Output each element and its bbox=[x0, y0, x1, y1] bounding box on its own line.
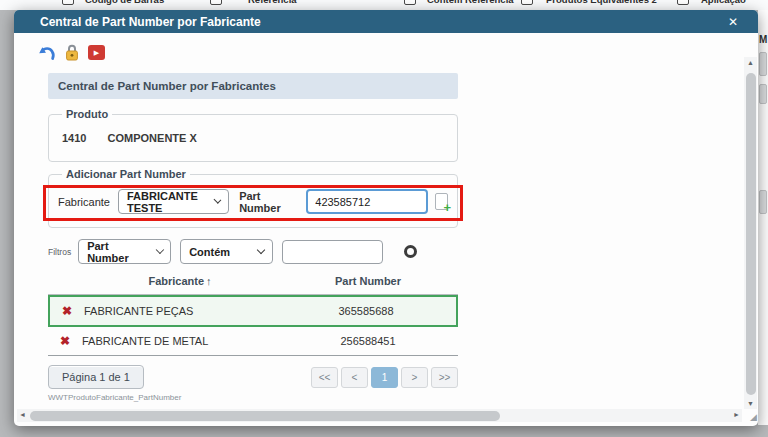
background-label: Contém Referência bbox=[427, 0, 514, 5]
background-label: Referência bbox=[248, 0, 297, 5]
filtros-label: Filtros bbox=[48, 247, 71, 257]
horizontal-scrollbar[interactable]: ◄ ► bbox=[17, 409, 742, 422]
scroll-up-icon[interactable]: ▲ bbox=[744, 59, 757, 66]
part-number-table: Fabricante↑ Part Number ✖ FABRICANTE PEÇ… bbox=[48, 271, 458, 356]
table-row[interactable]: ✖ FABRICANTE PEÇAS 365585688 bbox=[48, 295, 458, 327]
background-label: Produtos Equivalentes 2 bbox=[546, 0, 657, 5]
cell-part-number: 256588451 bbox=[278, 335, 458, 347]
checkbox[interactable] bbox=[62, 0, 74, 5]
close-icon[interactable]: ✕ bbox=[728, 16, 738, 28]
background-text-fragment: M bbox=[759, 34, 767, 45]
lock-icon[interactable] bbox=[65, 44, 79, 61]
undo-icon[interactable] bbox=[38, 45, 56, 61]
pager-last-button[interactable]: >> bbox=[431, 367, 458, 388]
run-icon[interactable]: ▶ bbox=[88, 45, 105, 60]
filter-operator-value: Contém bbox=[189, 246, 230, 258]
background-right-strip: M bbox=[758, 10, 768, 425]
fabricante-selected-value: FABRICANTE TESTE bbox=[127, 190, 207, 214]
modal-titlebar: Central de Part Number por Fabricante ✕ bbox=[14, 10, 758, 33]
part-number-label: Part Number bbox=[239, 190, 298, 214]
scroll-down-icon[interactable]: ▼ bbox=[744, 400, 757, 407]
background-label: Código de Barras bbox=[85, 0, 164, 5]
checkbox[interactable] bbox=[210, 0, 222, 5]
vertical-scrollbar[interactable]: ▲ ▼ bbox=[744, 57, 757, 409]
screen: Código de Barras Referência Contém Refer… bbox=[0, 0, 768, 437]
table-source-name: WWTProdutoFabricante_PartNumber bbox=[48, 393, 458, 402]
chevron-down-icon bbox=[155, 246, 163, 254]
produto-name: COMPONENTE X bbox=[108, 132, 197, 144]
vertical-scrollbar-thumb[interactable] bbox=[746, 73, 756, 395]
filter-bar: Filtros Part Number Contém bbox=[48, 239, 458, 264]
pager-page-1-button[interactable]: 1 bbox=[371, 367, 398, 388]
filter-search-input[interactable] bbox=[282, 240, 383, 264]
background-box bbox=[759, 190, 767, 214]
checkbox[interactable] bbox=[521, 0, 533, 5]
pager-next-button[interactable]: > bbox=[401, 367, 428, 388]
page-indicator-button[interactable]: Página 1 de 1 bbox=[48, 365, 144, 389]
checkbox[interactable] bbox=[677, 0, 689, 5]
content-panel: Central de Part Number por Fabricantes P… bbox=[48, 73, 458, 402]
table-row[interactable]: ✖ FABRICANTE DE METAL 256588451 bbox=[48, 327, 458, 356]
column-fabricante-label: Fabricante bbox=[148, 275, 204, 287]
delete-icon[interactable]: ✖ bbox=[62, 304, 72, 318]
adicionar-row: Fabricante FABRICANTE TESTE Part Number … bbox=[58, 189, 448, 214]
fabricante-select[interactable]: FABRICANTE TESTE bbox=[118, 189, 229, 214]
produto-legend: Produto bbox=[62, 108, 112, 120]
background-label: Aplicação bbox=[701, 0, 746, 5]
produto-code: 1410 bbox=[62, 132, 86, 144]
part-number-input[interactable] bbox=[306, 189, 428, 214]
pager-first-button[interactable]: << bbox=[311, 367, 338, 388]
cell-fabricante: FABRICANTE PEÇAS bbox=[84, 305, 276, 317]
plus-glyph: + bbox=[443, 201, 451, 214]
toolbar: ▶ bbox=[38, 44, 105, 61]
background-box bbox=[759, 52, 767, 76]
background-box bbox=[759, 84, 767, 104]
delete-icon[interactable]: ✖ bbox=[60, 334, 70, 348]
table-header: Fabricante↑ Part Number bbox=[48, 271, 458, 295]
panel-title: Central de Part Number por Fabricantes bbox=[48, 73, 458, 99]
apply-filter-icon[interactable] bbox=[404, 245, 417, 258]
pager: << < 1 > >> bbox=[311, 367, 458, 388]
sort-asc-icon: ↑ bbox=[206, 275, 212, 287]
scroll-left-icon[interactable]: ◄ bbox=[19, 411, 26, 418]
modal-title: Central de Part Number por Fabricante bbox=[40, 15, 261, 29]
modal-body: ▶ Central de Part Number por Fabricantes… bbox=[14, 33, 758, 426]
adicionar-legend: Adicionar Part Number bbox=[62, 168, 190, 180]
cell-fabricante: FABRICANTE DE METAL bbox=[82, 335, 278, 347]
fabricante-label: Fabricante bbox=[58, 196, 110, 208]
chevron-down-icon bbox=[257, 246, 265, 254]
horizontal-scrollbar-thumb[interactable] bbox=[30, 411, 500, 421]
column-part-number[interactable]: Part Number bbox=[278, 275, 458, 287]
filter-field-select[interactable]: Part Number bbox=[78, 239, 171, 264]
play-glyph: ▶ bbox=[94, 49, 99, 57]
scroll-right-icon[interactable]: ► bbox=[733, 411, 740, 418]
resize-grip-icon[interactable]: ◢ bbox=[750, 412, 757, 422]
adicionar-fieldset: Adicionar Part Number Fabricante FABRICA… bbox=[48, 168, 458, 228]
background-form-strip: Código de Barras Referência Contém Refer… bbox=[0, 0, 768, 10]
checkbox[interactable] bbox=[404, 0, 416, 5]
produto-row: 1410 COMPONENTE X bbox=[62, 132, 448, 144]
cell-part-number: 365585688 bbox=[276, 305, 456, 317]
add-part-number-icon[interactable]: + bbox=[435, 193, 448, 210]
produto-fieldset: Produto 1410 COMPONENTE X bbox=[48, 108, 458, 162]
filter-field-value: Part Number bbox=[87, 240, 148, 264]
filter-operator-select[interactable]: Contém bbox=[180, 239, 273, 264]
modal-dialog: Central de Part Number por Fabricante ✕ bbox=[14, 10, 758, 426]
pagination-bar: Página 1 de 1 << < 1 > >> bbox=[48, 365, 458, 389]
chevron-down-icon bbox=[214, 196, 222, 204]
column-fabricante[interactable]: Fabricante↑ bbox=[82, 275, 278, 287]
pager-prev-button[interactable]: < bbox=[341, 367, 368, 388]
